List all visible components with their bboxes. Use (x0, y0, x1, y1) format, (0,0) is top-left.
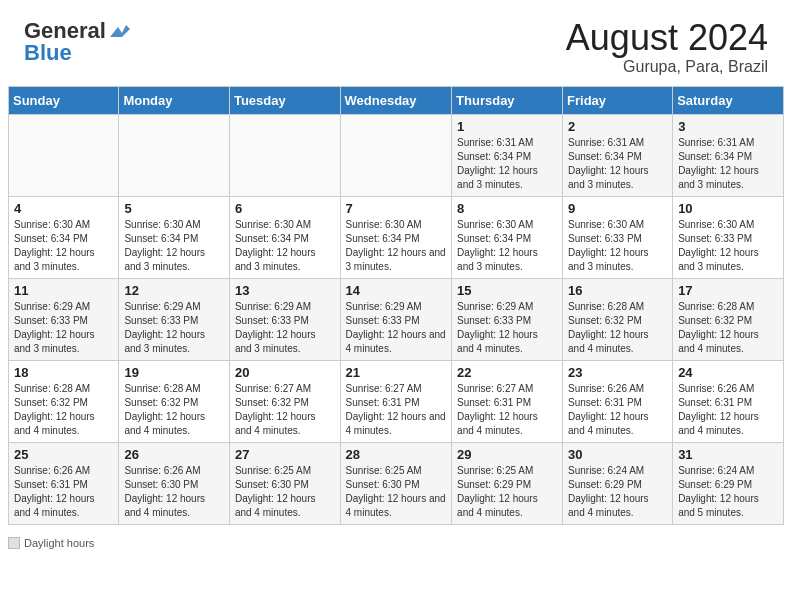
day-number: 9 (568, 201, 667, 216)
day-info: Sunrise: 6:29 AM Sunset: 6:33 PM Dayligh… (457, 300, 557, 356)
svg-marker-0 (110, 25, 130, 37)
day-number: 4 (14, 201, 113, 216)
day-info: Sunrise: 6:26 AM Sunset: 6:31 PM Dayligh… (678, 382, 778, 438)
calendar-week-5: 25Sunrise: 6:26 AM Sunset: 6:31 PM Dayli… (9, 442, 784, 524)
calendar-cell: 30Sunrise: 6:24 AM Sunset: 6:29 PM Dayli… (563, 442, 673, 524)
calendar-table: Sunday Monday Tuesday Wednesday Thursday… (8, 86, 784, 525)
day-info: Sunrise: 6:31 AM Sunset: 6:34 PM Dayligh… (568, 136, 667, 192)
day-number: 29 (457, 447, 557, 462)
title-block: August 2024 Gurupa, Para, Brazil (566, 18, 768, 76)
col-tuesday: Tuesday (229, 86, 340, 114)
calendar-cell: 31Sunrise: 6:24 AM Sunset: 6:29 PM Dayli… (673, 442, 784, 524)
header: General Blue August 2024 Gurupa, Para, B… (0, 0, 792, 86)
day-info: Sunrise: 6:25 AM Sunset: 6:30 PM Dayligh… (235, 464, 335, 520)
page-container: General Blue August 2024 Gurupa, Para, B… (0, 0, 792, 557)
calendar-cell: 2Sunrise: 6:31 AM Sunset: 6:34 PM Daylig… (563, 114, 673, 196)
day-info: Sunrise: 6:28 AM Sunset: 6:32 PM Dayligh… (14, 382, 113, 438)
calendar-cell: 16Sunrise: 6:28 AM Sunset: 6:32 PM Dayli… (563, 278, 673, 360)
calendar-cell: 12Sunrise: 6:29 AM Sunset: 6:33 PM Dayli… (119, 278, 230, 360)
calendar-subtitle: Gurupa, Para, Brazil (566, 58, 768, 76)
calendar-cell: 24Sunrise: 6:26 AM Sunset: 6:31 PM Dayli… (673, 360, 784, 442)
day-info: Sunrise: 6:25 AM Sunset: 6:30 PM Dayligh… (346, 464, 447, 520)
day-number: 11 (14, 283, 113, 298)
day-info: Sunrise: 6:30 AM Sunset: 6:34 PM Dayligh… (124, 218, 224, 274)
calendar-title: August 2024 (566, 18, 768, 58)
calendar-cell: 3Sunrise: 6:31 AM Sunset: 6:34 PM Daylig… (673, 114, 784, 196)
day-number: 23 (568, 365, 667, 380)
day-info: Sunrise: 6:30 AM Sunset: 6:34 PM Dayligh… (235, 218, 335, 274)
col-saturday: Saturday (673, 86, 784, 114)
calendar-cell: 15Sunrise: 6:29 AM Sunset: 6:33 PM Dayli… (452, 278, 563, 360)
day-info: Sunrise: 6:27 AM Sunset: 6:31 PM Dayligh… (346, 382, 447, 438)
day-info: Sunrise: 6:28 AM Sunset: 6:32 PM Dayligh… (124, 382, 224, 438)
logo-bird-icon (108, 23, 130, 41)
col-thursday: Thursday (452, 86, 563, 114)
day-number: 5 (124, 201, 224, 216)
day-number: 7 (346, 201, 447, 216)
col-wednesday: Wednesday (340, 86, 452, 114)
calendar-week-3: 11Sunrise: 6:29 AM Sunset: 6:33 PM Dayli… (9, 278, 784, 360)
calendar-cell: 11Sunrise: 6:29 AM Sunset: 6:33 PM Dayli… (9, 278, 119, 360)
day-number: 31 (678, 447, 778, 462)
calendar-cell: 1Sunrise: 6:31 AM Sunset: 6:34 PM Daylig… (452, 114, 563, 196)
day-info: Sunrise: 6:30 AM Sunset: 6:34 PM Dayligh… (457, 218, 557, 274)
calendar-week-4: 18Sunrise: 6:28 AM Sunset: 6:32 PM Dayli… (9, 360, 784, 442)
day-info: Sunrise: 6:24 AM Sunset: 6:29 PM Dayligh… (678, 464, 778, 520)
footer: Daylight hours (0, 533, 792, 557)
day-number: 25 (14, 447, 113, 462)
calendar-cell (9, 114, 119, 196)
day-info: Sunrise: 6:29 AM Sunset: 6:33 PM Dayligh… (14, 300, 113, 356)
calendar-cell: 5Sunrise: 6:30 AM Sunset: 6:34 PM Daylig… (119, 196, 230, 278)
daylight-dot (8, 537, 20, 549)
day-number: 24 (678, 365, 778, 380)
day-number: 19 (124, 365, 224, 380)
day-info: Sunrise: 6:29 AM Sunset: 6:33 PM Dayligh… (235, 300, 335, 356)
calendar-cell: 7Sunrise: 6:30 AM Sunset: 6:34 PM Daylig… (340, 196, 452, 278)
day-number: 20 (235, 365, 335, 380)
calendar-cell: 20Sunrise: 6:27 AM Sunset: 6:32 PM Dayli… (229, 360, 340, 442)
col-sunday: Sunday (9, 86, 119, 114)
day-number: 14 (346, 283, 447, 298)
calendar-cell (340, 114, 452, 196)
calendar-cell: 26Sunrise: 6:26 AM Sunset: 6:30 PM Dayli… (119, 442, 230, 524)
day-number: 21 (346, 365, 447, 380)
calendar-cell: 27Sunrise: 6:25 AM Sunset: 6:30 PM Dayli… (229, 442, 340, 524)
logo: General Blue (24, 18, 130, 66)
calendar-cell: 10Sunrise: 6:30 AM Sunset: 6:33 PM Dayli… (673, 196, 784, 278)
day-info: Sunrise: 6:24 AM Sunset: 6:29 PM Dayligh… (568, 464, 667, 520)
day-number: 1 (457, 119, 557, 134)
day-info: Sunrise: 6:31 AM Sunset: 6:34 PM Dayligh… (678, 136, 778, 192)
calendar-cell: 22Sunrise: 6:27 AM Sunset: 6:31 PM Dayli… (452, 360, 563, 442)
day-number: 18 (14, 365, 113, 380)
calendar-cell: 21Sunrise: 6:27 AM Sunset: 6:31 PM Dayli… (340, 360, 452, 442)
calendar-body: 1Sunrise: 6:31 AM Sunset: 6:34 PM Daylig… (9, 114, 784, 524)
day-number: 12 (124, 283, 224, 298)
calendar-cell: 14Sunrise: 6:29 AM Sunset: 6:33 PM Dayli… (340, 278, 452, 360)
day-number: 28 (346, 447, 447, 462)
calendar-cell: 28Sunrise: 6:25 AM Sunset: 6:30 PM Dayli… (340, 442, 452, 524)
day-number: 8 (457, 201, 557, 216)
day-number: 2 (568, 119, 667, 134)
calendar-cell: 6Sunrise: 6:30 AM Sunset: 6:34 PM Daylig… (229, 196, 340, 278)
day-number: 13 (235, 283, 335, 298)
day-info: Sunrise: 6:29 AM Sunset: 6:33 PM Dayligh… (124, 300, 224, 356)
col-monday: Monday (119, 86, 230, 114)
calendar-week-1: 1Sunrise: 6:31 AM Sunset: 6:34 PM Daylig… (9, 114, 784, 196)
calendar-cell: 17Sunrise: 6:28 AM Sunset: 6:32 PM Dayli… (673, 278, 784, 360)
day-number: 16 (568, 283, 667, 298)
day-info: Sunrise: 6:26 AM Sunset: 6:31 PM Dayligh… (568, 382, 667, 438)
daylight-label: Daylight hours (24, 537, 94, 549)
calendar-cell (229, 114, 340, 196)
calendar-cell: 4Sunrise: 6:30 AM Sunset: 6:34 PM Daylig… (9, 196, 119, 278)
day-number: 15 (457, 283, 557, 298)
day-info: Sunrise: 6:30 AM Sunset: 6:34 PM Dayligh… (14, 218, 113, 274)
calendar-cell: 23Sunrise: 6:26 AM Sunset: 6:31 PM Dayli… (563, 360, 673, 442)
day-number: 6 (235, 201, 335, 216)
day-number: 30 (568, 447, 667, 462)
calendar-cell: 9Sunrise: 6:30 AM Sunset: 6:33 PM Daylig… (563, 196, 673, 278)
calendar-cell: 18Sunrise: 6:28 AM Sunset: 6:32 PM Dayli… (9, 360, 119, 442)
day-number: 22 (457, 365, 557, 380)
day-info: Sunrise: 6:28 AM Sunset: 6:32 PM Dayligh… (568, 300, 667, 356)
day-number: 26 (124, 447, 224, 462)
day-info: Sunrise: 6:26 AM Sunset: 6:30 PM Dayligh… (124, 464, 224, 520)
